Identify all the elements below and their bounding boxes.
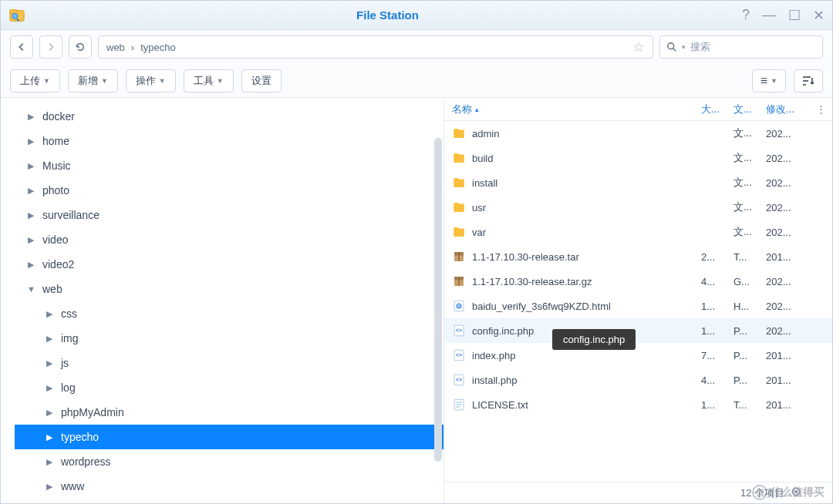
- tree-item-label: surveillance: [42, 209, 99, 221]
- minimize-icon[interactable]: —: [762, 7, 776, 24]
- search-input[interactable]: ▾ 搜索: [659, 35, 823, 59]
- help-icon[interactable]: ?: [742, 7, 750, 24]
- column-modified[interactable]: 修改...: [766, 102, 809, 116]
- nav-bar: web › typecho ☆ ▾ 搜索: [1, 30, 832, 64]
- file-row[interactable]: baidu_verify_3s6fwq9KZD.html1...H...202.…: [444, 294, 832, 318]
- tree-item-phpmyadmin[interactable]: ▶phpMyAdmin: [15, 400, 443, 425]
- expand-icon[interactable]: ▶: [46, 358, 53, 368]
- file-row[interactable]: var文...202...: [444, 220, 832, 244]
- search-icon: [666, 42, 677, 52]
- svg-point-4: [668, 43, 674, 49]
- create-button[interactable]: 新增▼: [68, 69, 118, 92]
- expand-icon[interactable]: ▶: [46, 432, 53, 442]
- file-name: index.php: [472, 350, 515, 361]
- view-mode-button[interactable]: ≡▼: [752, 69, 786, 92]
- expand-icon[interactable]: ▶: [27, 235, 35, 245]
- column-menu-icon[interactable]: ⋮: [809, 103, 832, 115]
- file-row[interactable]: build文...202...: [444, 146, 832, 170]
- archive-icon: [452, 274, 466, 288]
- expand-icon[interactable]: ▶: [46, 457, 53, 467]
- expand-icon[interactable]: ▶: [27, 186, 35, 196]
- file-row[interactable]: admin文...202...: [444, 121, 832, 146]
- tree-item-css[interactable]: ▶css: [15, 301, 443, 326]
- tree-item-log[interactable]: ▶log: [15, 375, 443, 400]
- tree-item-img[interactable]: ▶img: [15, 326, 443, 351]
- settings-button[interactable]: 设置: [241, 69, 282, 92]
- expand-icon[interactable]: ▶: [27, 136, 35, 146]
- tree-item-video[interactable]: ▶video: [15, 227, 443, 252]
- tools-button[interactable]: 工具▼: [184, 69, 234, 92]
- php-icon: <>: [452, 324, 466, 338]
- upload-button[interactable]: 上传▼: [10, 69, 60, 92]
- file-row[interactable]: install文...202...: [444, 170, 832, 195]
- favorite-icon[interactable]: ☆: [632, 39, 645, 55]
- back-button[interactable]: [10, 35, 33, 59]
- tree-item-music[interactable]: ▶Music: [15, 153, 443, 178]
- tree-item-label: docker: [42, 110, 75, 123]
- file-row[interactable]: 1.1-17.10.30-release.tar.gz4...G...202..…: [444, 269, 832, 294]
- expand-icon[interactable]: ▶: [46, 482, 53, 492]
- refresh-button[interactable]: [69, 35, 92, 59]
- file-type: P...: [734, 325, 766, 337]
- tree-item-www[interactable]: ▶www: [15, 474, 443, 499]
- tree-item-video2[interactable]: ▶video2: [15, 252, 443, 277]
- file-name: admin: [472, 128, 499, 139]
- file-modified: 201...: [766, 350, 809, 361]
- close-icon[interactable]: ✕: [813, 7, 825, 24]
- maximize-icon[interactable]: ☐: [788, 7, 801, 24]
- expand-icon[interactable]: ▶: [46, 383, 53, 393]
- column-type[interactable]: 文...: [734, 102, 766, 116]
- tree-item-surveillance[interactable]: ▶surveillance: [15, 203, 443, 227]
- tree-item-photo[interactable]: ▶photo: [15, 178, 443, 203]
- folder-icon: [452, 200, 466, 214]
- path-segment-web[interactable]: web: [106, 42, 125, 53]
- file-row[interactable]: <>index.php7...P...201...: [444, 343, 832, 368]
- tree-item-web[interactable]: ▼web: [15, 277, 443, 301]
- tree-item-wordpress[interactable]: ▶wordpress: [15, 449, 443, 474]
- file-type: 文...: [734, 151, 766, 165]
- column-size[interactable]: 大...: [701, 102, 734, 116]
- footer-settings-icon[interactable]: [791, 486, 801, 499]
- column-name[interactable]: 名称▴: [444, 102, 701, 116]
- expand-icon[interactable]: ▶: [27, 260, 35, 270]
- sort-button[interactable]: [794, 69, 823, 92]
- forward-button[interactable]: [39, 35, 62, 59]
- expand-icon[interactable]: ▶: [27, 161, 35, 171]
- file-size: 2...: [701, 251, 734, 263]
- file-modified: 201...: [766, 251, 809, 263]
- expand-icon[interactable]: ▶: [27, 210, 35, 220]
- expand-icon[interactable]: ▶: [46, 334, 53, 344]
- php-icon: <>: [452, 348, 466, 362]
- sort-asc-icon: ▴: [475, 106, 479, 113]
- file-type: P...: [734, 375, 766, 386]
- file-row[interactable]: LICENSE.txt1...T...201...: [444, 392, 832, 417]
- tree-scrollbar[interactable]: [434, 138, 442, 462]
- collapse-icon[interactable]: ▼: [27, 284, 35, 294]
- action-button[interactable]: 操作▼: [126, 69, 176, 92]
- svg-rect-11: [458, 252, 460, 261]
- expand-icon[interactable]: ▶: [27, 112, 35, 122]
- tree-item-home[interactable]: ▶home: [15, 129, 443, 153]
- tree-item-js[interactable]: ▶js: [15, 351, 443, 375]
- tree-item-label: js: [61, 357, 69, 369]
- file-row[interactable]: 1.1-17.10.30-release.tar2...T...201...: [444, 244, 832, 269]
- file-size: 1...: [701, 301, 734, 312]
- file-name: build: [472, 153, 493, 164]
- expand-icon[interactable]: ▶: [46, 408, 53, 418]
- txt-icon: [452, 398, 466, 412]
- file-row[interactable]: usr文...202...: [444, 195, 832, 220]
- file-modified: 202...: [766, 177, 809, 189]
- tree-item-label: video2: [42, 258, 74, 270]
- file-row[interactable]: <>config.inc.php1...P...202...: [444, 318, 832, 343]
- tree-item-label: log: [61, 381, 76, 394]
- tree-item-typecho[interactable]: ▶typecho: [15, 425, 443, 449]
- expand-icon[interactable]: ▶: [46, 309, 53, 319]
- file-name: 1.1-17.10.30-release.tar: [472, 251, 579, 263]
- file-name: baidu_verify_3s6fwq9KZD.html: [472, 301, 611, 312]
- toolbar: 上传▼ 新增▼ 操作▼ 工具▼ 设置 ≡▼: [1, 64, 832, 98]
- file-row[interactable]: <>install.php4...P...201...: [444, 368, 832, 392]
- path-segment-typecho[interactable]: typecho: [140, 42, 176, 53]
- tree-item-docker[interactable]: ▶docker: [15, 104, 443, 129]
- folder-icon: [452, 151, 466, 165]
- path-bar[interactable]: web › typecho ☆: [98, 35, 653, 59]
